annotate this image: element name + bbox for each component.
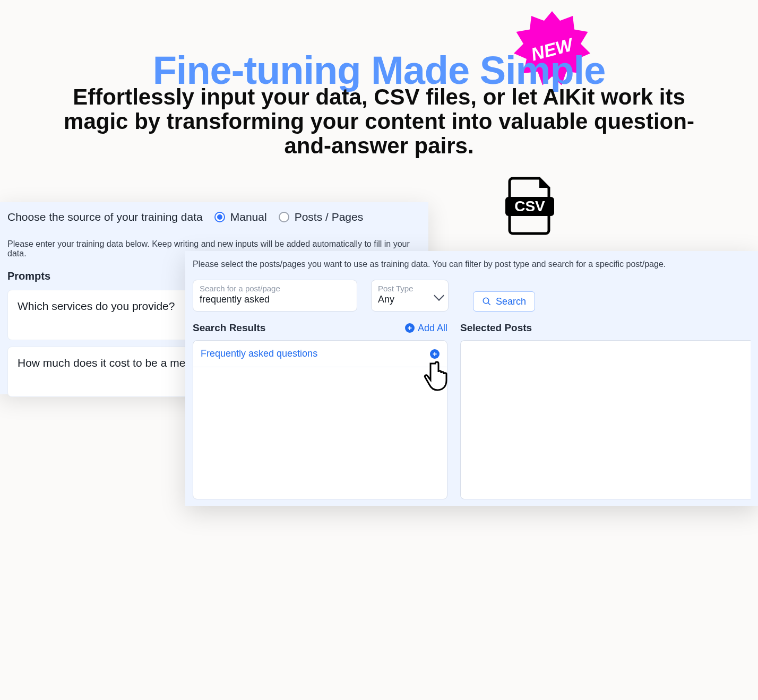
selected-posts-label: Selected Posts — [460, 322, 532, 334]
post-type-value: Any — [378, 294, 442, 305]
radio-dot-icon — [279, 212, 289, 222]
search-button[interactable]: Search — [473, 291, 535, 312]
post-type-label: Post Type — [378, 284, 442, 293]
svg-line-4 — [488, 303, 490, 305]
prompt-text: Which services do you provide? — [18, 300, 175, 312]
search-input[interactable]: Search for a post/page frequently asked — [193, 280, 357, 312]
search-result-item[interactable]: Frequently asked questions + — [193, 341, 447, 367]
result-title: Frequently asked questions — [201, 348, 317, 359]
search-results-list: Frequently asked questions + — [193, 340, 447, 499]
radio-manual[interactable]: Manual — [214, 211, 267, 223]
post-type-select[interactable]: Post Type Any — [371, 280, 449, 312]
svg-point-3 — [483, 298, 489, 304]
source-label: Choose the source of your training data — [7, 211, 203, 223]
add-all-button[interactable]: + Add All — [405, 323, 447, 334]
add-all-label: Add All — [418, 323, 447, 334]
search-input-value: frequently asked — [200, 294, 350, 305]
search-input-label: Search for a post/page — [200, 284, 350, 293]
svg-text:CSV: CSV — [514, 198, 545, 214]
plus-circle-icon: + — [405, 323, 415, 333]
posts-pages-card: Please select the posts/pages you want t… — [185, 251, 758, 506]
cursor-hand-icon — [424, 359, 454, 392]
posts-hint: Please select the posts/pages you want t… — [193, 260, 751, 269]
radio-posts-pages[interactable]: Posts / Pages — [279, 211, 364, 223]
radio-manual-label: Manual — [230, 211, 267, 223]
search-button-label: Search — [496, 296, 526, 307]
search-results-label: Search Results — [193, 322, 265, 334]
add-result-button[interactable]: + — [430, 349, 440, 359]
radio-dot-icon — [214, 212, 225, 222]
page-subtitle: Effortlessly input your data, CSV files,… — [0, 85, 758, 159]
selected-posts-list — [460, 340, 751, 499]
radio-posts-label: Posts / Pages — [295, 211, 364, 223]
search-icon — [482, 297, 492, 306]
csv-file-icon: CSV — [504, 177, 555, 237]
